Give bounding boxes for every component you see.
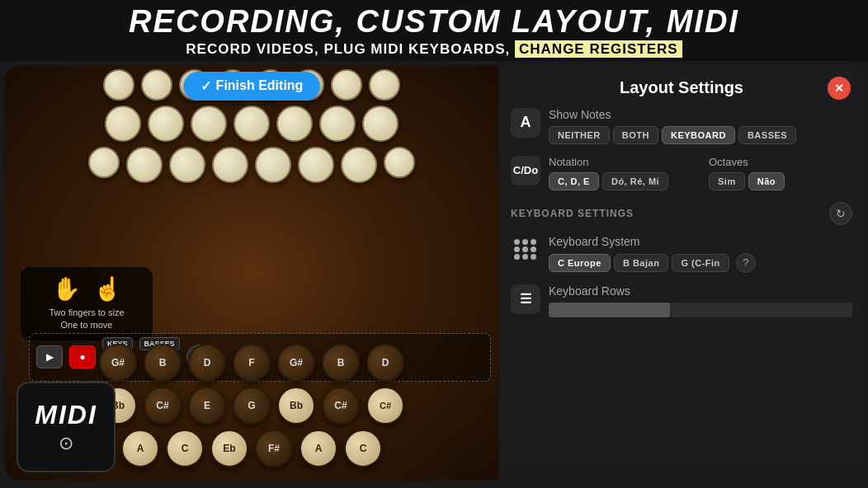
close-button[interactable]: ✕ [828,77,851,100]
bass-btn-gsharp[interactable]: G# [99,344,137,382]
finish-check-icon: ✓ [200,78,211,94]
top-banner: RECORDING, CUSTOM LAYOUT, MIDI RECORD VI… [0,0,868,61]
subtitle-highlight: CHANGE REGISTERS [515,40,682,58]
treble-row-3 [29,147,474,183]
keyboard-system-icon [511,235,540,265]
bass-btn-c3[interactable]: C [344,429,382,467]
octaves-label: Octaves [709,156,852,168]
treble-btn[interactable] [384,147,415,178]
banner-title: RECORDING, CUSTOM LAYOUT, MIDI [8,5,860,40]
keyboard-rows-label: Keyboard Rows [549,284,852,298]
dot [514,246,520,252]
notation-content: Notation C, D, E Dó, Ré, Mi Octaves Sim … [549,156,852,190]
bass-btn-a2[interactable]: A [300,429,337,467]
bass-btn-b2[interactable]: B [322,344,360,382]
gesture-icons: ✋ ☝ [33,275,140,303]
show-notes-options: NEITHER BOTH KEYBOARD BASSES [549,126,852,144]
keyboard-settings-title: KEYBOARD SETTINGS [511,208,634,219]
finish-editing-label: Finish Editing [216,78,304,93]
gesture-text: Two fingers to size One to move [33,307,140,332]
show-notes-row: A Show Notes NEITHER BOTH KEYBOARD BASSE… [511,108,852,144]
dot [522,254,528,260]
dot [531,239,536,245]
option-nao[interactable]: Não [748,172,785,190]
option-b-bajan[interactable]: B Bajan [614,254,668,272]
treble-btn[interactable] [369,69,400,101]
dot [522,239,528,245]
notation-row: C/Do Notation C, D, E Dó, Ré, Mi Octaves [511,156,852,190]
subtitle-plain: RECORD VIDEOS, PLUG MIDI KEYBOARDS, [186,41,510,57]
notation-subsetting: Notation C, D, E Dó, Ré, Mi [549,156,692,190]
option-cde[interactable]: C, D, E [549,172,599,190]
notation-icon: C/Do [511,156,540,185]
bass-btn-gsharp2[interactable]: G# [277,344,315,382]
bass-btn-d2[interactable]: D [366,344,404,382]
dot [514,254,520,260]
bass-btn-eb[interactable]: Eb [210,429,248,467]
rows-preview [549,303,852,317]
main-content: ✓ Finish Editing [0,61,868,476]
treble-btn[interactable] [191,106,227,142]
bass-btn-c[interactable]: C# [366,387,404,425]
treble-btn[interactable] [234,106,270,142]
treble-btn[interactable] [169,147,205,183]
dot [531,254,536,260]
notation-octaves-group: Notation C, D, E Dó, Ré, Mi Octaves Sim … [549,156,852,190]
banner-subtitle: RECORD VIDEOS, PLUG MIDI KEYBOARDS, CHAN… [8,41,860,58]
option-neither[interactable]: NEITHER [549,126,610,144]
treble-btn[interactable] [255,147,291,183]
two-finger-icon: ✋ [52,275,81,303]
treble-btn[interactable] [341,147,377,183]
option-g-cfin[interactable]: G (C-Fin [672,254,729,272]
instrument-area: ✓ Finish Editing [4,65,499,481]
keyboard-system-content: Keyboard System C Europe B Bajan G (C-Fi… [549,235,852,273]
dot [514,239,520,245]
option-both[interactable]: BOTH [613,126,658,144]
notation-options: C, D, E Dó, Ré, Mi [549,172,692,190]
treble-btn[interactable] [141,69,172,101]
option-keyboard[interactable]: KEYBOARD [662,126,735,144]
treble-btn[interactable] [148,106,184,142]
bass-btn-bb2[interactable]: Bb [277,387,315,425]
notes-icon: A [511,108,540,138]
option-basses[interactable]: BASSES [738,126,796,144]
keyboard-system-options-row: C Europe B Bajan G (C-Fin ? [549,253,852,273]
treble-btn[interactable] [331,69,362,101]
bass-btn-d[interactable]: D [188,344,226,382]
midi-icon: ⊙ [59,433,73,454]
finish-editing-button[interactable]: ✓ Finish Editing [184,72,320,101]
treble-btn[interactable] [362,106,399,142]
treble-btn[interactable] [88,147,120,178]
midi-badge: MIDI ⊙ [17,382,116,472]
option-sim[interactable]: Sim [709,172,745,190]
help-button[interactable]: ? [736,253,756,273]
treble-btn[interactable] [126,147,163,183]
bass-btn-g[interactable]: G [233,387,271,425]
bass-btn-f[interactable]: F [233,344,271,382]
option-dore[interactable]: Dó, Ré, Mi [602,172,668,190]
show-notes-content: Show Notes NEITHER BOTH KEYBOARD BASSES [549,108,852,144]
bass-row-1: G# B D F G# B D [4,344,499,382]
treble-btn[interactable] [276,106,313,142]
bass-btn-csharp[interactable]: C# [144,387,182,425]
bass-btn-c2[interactable]: C [166,429,204,467]
option-c-europe[interactable]: C Europe [549,254,611,272]
keyboard-rows-content: Keyboard Rows [549,284,852,321]
one-finger-icon: ☝ [93,275,122,303]
treble-row-2 [29,106,474,142]
treble-btn[interactable] [319,106,356,142]
bass-btn-a[interactable]: A [121,429,159,467]
panel-title: Layout Settings [535,78,828,97]
bass-btn-b[interactable]: B [144,344,182,382]
bass-btn-fsharp[interactable]: F# [255,429,293,467]
bass-btn-e[interactable]: E [188,387,226,425]
treble-btn[interactable] [103,69,134,101]
treble-btn[interactable] [298,147,334,183]
rows-slider-row [549,303,852,317]
refresh-button[interactable]: ↻ [829,202,852,225]
treble-btn[interactable] [105,106,141,142]
gesture-line1: Two fingers to size [49,307,124,317]
keyboard-system-label: Keyboard System [549,235,852,248]
bass-btn-csharp2[interactable]: C# [322,387,360,425]
treble-btn[interactable] [212,147,248,183]
